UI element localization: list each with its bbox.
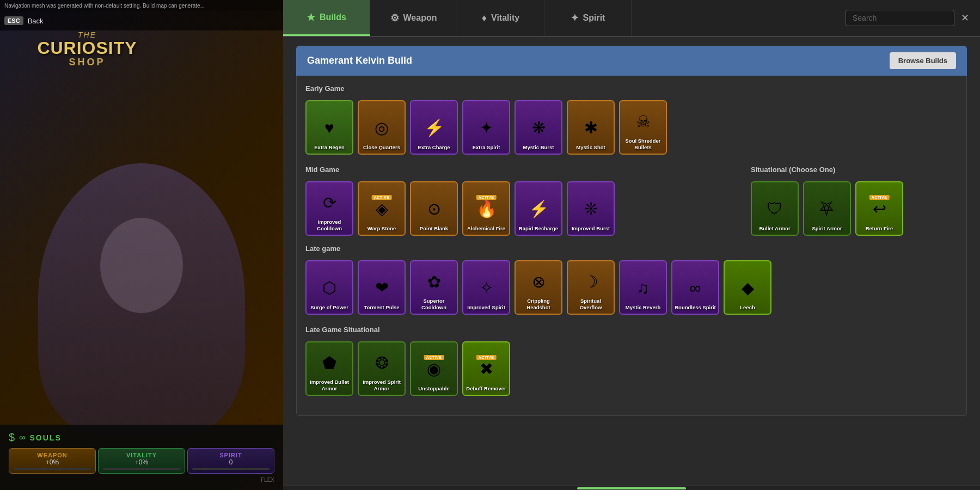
character-silhouette	[38, 163, 245, 436]
spirit-stat-label: SPIRIT	[192, 452, 270, 458]
vitality-stat-label: VITALITY	[103, 452, 180, 458]
item-icon: ⟳	[307, 186, 352, 219]
item-card[interactable]: 🔥ACTIVEAlchemical Fire	[462, 181, 510, 236]
spirit-stat-value: 0	[192, 458, 270, 466]
item-name: Unstoppable	[416, 385, 452, 391]
item-name: Improved Spirit	[465, 304, 507, 310]
spirit-stat-box: SPIRIT 0	[187, 448, 274, 474]
item-card[interactable]: ⊙Point Blank	[410, 181, 458, 236]
weapon-stat-box: WEAPON +0%	[9, 448, 96, 474]
item-card[interactable]: ✿Superior Cooldown	[410, 260, 458, 315]
esc-button[interactable]: ESC	[4, 16, 23, 25]
item-name: Improved Burst	[569, 225, 612, 231]
souls-row: $ ∞ SOULS	[4, 429, 279, 446]
souls-label: SOULS	[30, 433, 62, 442]
section-early-game: Early Game ♥Extra Regen◎Close Quarters⚡E…	[305, 84, 958, 155]
item-name: Superior Cooldown	[411, 298, 457, 310]
item-card[interactable]: ⛧Spirit Armor	[803, 181, 851, 236]
item-name: Soul Shredder Bullets	[620, 138, 666, 150]
item-icon: ⬟	[307, 346, 352, 379]
situational-items: 🛡Bullet Armor⛧Spirit Armor↩ACTIVEReturn …	[751, 181, 958, 236]
tab-vitality[interactable]: ♦ Vitality	[457, 0, 544, 36]
item-card[interactable]: ↩ACTIVEReturn Fire	[855, 181, 903, 236]
item-icon: ◎	[359, 112, 405, 144]
item-icon: ⛧	[804, 193, 850, 225]
mid-game-main: Mid Game ⟳Improved Cooldown◈ACTIVEWarp S…	[305, 166, 742, 236]
item-card[interactable]: ☠Soul Shredder Bullets	[619, 100, 667, 155]
late-game-items: ⬡Surge of Power❤Torment Pulse✿Superior C…	[305, 260, 958, 315]
item-card[interactable]: ✧Improved Spirit	[462, 260, 510, 315]
item-name: Mystic Shot	[574, 144, 607, 150]
browse-builds-button[interactable]: Browse Builds	[890, 52, 956, 69]
tab-builds[interactable]: ★ Builds	[283, 0, 370, 36]
bottom-indicator	[577, 487, 686, 489]
item-card[interactable]: ⊗Crippling Headshot	[514, 260, 562, 315]
tab-weapon[interactable]: ⚙ Weapon	[370, 0, 457, 36]
search-close-icon[interactable]: ✕	[959, 10, 971, 26]
item-card[interactable]: ⚡Rapid Recharge	[514, 181, 562, 236]
item-icon: ♫	[620, 272, 666, 304]
mid-game-items: ⟳Improved Cooldown◈ACTIVEWarp Stone⊙Poin…	[305, 181, 742, 236]
active-badge: ACTIVE	[869, 195, 890, 200]
tab-spirit-label: Spirit	[583, 13, 605, 23]
back-button[interactable]: Back	[28, 17, 44, 25]
item-icon: ✖ACTIVE	[463, 353, 509, 385]
situational-title: Situational (Choose One)	[751, 166, 958, 176]
item-icon: ⚡	[516, 193, 561, 225]
item-name: Point Blank	[418, 225, 450, 231]
item-card[interactable]: ✱Mystic Shot	[567, 100, 615, 155]
item-card[interactable]: ⚡Extra Charge	[410, 100, 458, 155]
hud-text: Navigation mesh was generated with non-d…	[4, 3, 205, 9]
item-card[interactable]: ☽Spiritual Overflow	[567, 260, 615, 315]
esc-bar: ESC Back	[0, 11, 283, 30]
tab-spirit[interactable]: ✦ Spirit	[544, 0, 632, 36]
spirit-icon: ✦	[571, 12, 579, 24]
item-card[interactable]: ⬟Improved Bullet Armor	[305, 341, 353, 396]
item-name: Improved Cooldown	[307, 219, 352, 231]
item-card[interactable]: ◎Close Quarters	[358, 100, 406, 155]
vitality-stat-bar	[103, 468, 180, 470]
infinity-icon: ∞	[19, 433, 25, 443]
item-card[interactable]: ♫Mystic Reverb	[619, 260, 667, 315]
souls-icon: $	[9, 431, 15, 444]
weapon-stat-label: WEAPON	[14, 452, 91, 458]
character-area	[11, 109, 272, 436]
active-badge: ACTIVE	[372, 195, 392, 200]
item-icon: ❊	[568, 193, 614, 225]
item-icon: ✱	[568, 112, 614, 144]
content-area: Gamerant Kelvin Build Browse Builds Earl…	[283, 37, 980, 486]
item-card[interactable]: ✖ACTIVEDebuff Remover	[462, 341, 510, 396]
late-game-situational-items: ⬟Improved Bullet Armor❂Improved Spirit A…	[305, 341, 958, 396]
item-card[interactable]: ❤Torment Pulse	[358, 260, 406, 315]
item-card[interactable]: ◆Leech	[724, 260, 771, 315]
item-card[interactable]: ❋Mystic Burst	[514, 100, 562, 155]
early-game-title: Early Game	[305, 84, 958, 95]
item-icon: ⚡	[411, 112, 457, 144]
item-icon: ◆	[725, 272, 770, 304]
item-icon: 🛡	[752, 193, 798, 225]
item-card[interactable]: ✦Extra Spirit	[462, 100, 510, 155]
weapon-stat-bar	[14, 468, 91, 470]
item-name: Spiritual Overflow	[568, 298, 614, 310]
item-card[interactable]: ∞Boundless Spirit	[671, 260, 719, 315]
item-card[interactable]: ❂Improved Spirit Armor	[358, 341, 406, 396]
item-name: Leech	[738, 304, 757, 310]
item-card[interactable]: ◉ACTIVEUnstoppable	[410, 341, 458, 396]
early-game-items: ♥Extra Regen◎Close Quarters⚡Extra Charge…	[305, 100, 958, 155]
game-background: Navigation mesh was generated with non-d…	[0, 0, 283, 490]
active-badge: ACTIVE	[424, 355, 444, 360]
builds-icon: ★	[307, 11, 315, 23]
item-icon: ⊗	[516, 265, 561, 298]
item-name: Return Fire	[863, 225, 896, 231]
item-card[interactable]: ♥Extra Regen	[305, 100, 353, 155]
item-name: Bullet Armor	[757, 225, 792, 231]
item-icon: ☽	[568, 265, 614, 298]
item-icon: ❤	[359, 272, 405, 304]
item-card[interactable]: ⟳Improved Cooldown	[305, 181, 353, 236]
item-card[interactable]: ⬡Surge of Power	[305, 260, 353, 315]
search-input[interactable]	[846, 10, 954, 26]
item-card[interactable]: ❊Improved Burst	[567, 181, 615, 236]
item-card[interactable]: 🛡Bullet Armor	[751, 181, 799, 236]
item-card[interactable]: ◈ACTIVEWarp Stone	[358, 181, 406, 236]
item-icon: ♥	[307, 112, 352, 144]
